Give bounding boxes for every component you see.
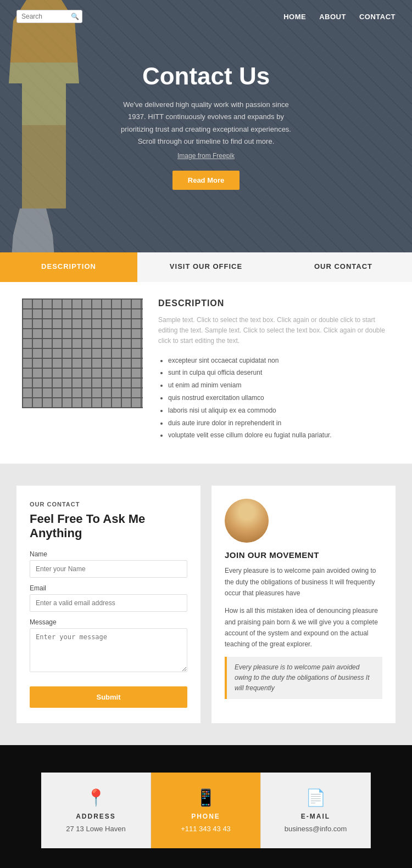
description-intro: Sample text. Click to select the text bo…: [158, 315, 390, 347]
phone-title: PHONE: [160, 813, 252, 820]
email-input[interactable]: [30, 594, 187, 612]
nav-contact[interactable]: CONTACT: [359, 13, 396, 21]
message-textarea[interactable]: [30, 628, 187, 672]
message-label: Message: [30, 618, 187, 626]
address-title: ADDRESS: [50, 813, 142, 820]
footer-card-address: 📍 ADDRESS 27 13 Lowe Haven: [41, 773, 151, 848]
footer-info-cards: 📍 ADDRESS 27 13 Lowe Haven 📱 PHONE +111 …: [16, 773, 396, 848]
email-label: Email: [30, 584, 187, 592]
list-item: quis nostrud exercitation ullamco: [168, 392, 390, 404]
description-heading: DESCRIPTION: [158, 298, 390, 308]
phone-icon: 📱: [160, 788, 252, 807]
contact-section: OUR CONTACT Feel Free To Ask Me Anything…: [0, 464, 412, 745]
footer-card-phone: 📱 PHONE +111 343 43 43: [151, 773, 261, 848]
address-icon: 📍: [50, 788, 142, 807]
main-nav: HOME ABOUT CONTACT: [283, 13, 396, 21]
name-field-group: Name: [30, 550, 187, 578]
email-title: E-MAIL: [270, 813, 361, 820]
email-field-group: Email: [30, 584, 187, 612]
nav-about[interactable]: ABOUT: [319, 13, 346, 21]
join-movement-text2: How is all this mistaken idea of denounc…: [225, 605, 382, 650]
hero-image-credit: Image from Freepik: [177, 152, 235, 160]
footer-info-section: 📍 ADDRESS 27 13 Lowe Haven 📱 PHONE +111 …: [0, 745, 412, 868]
description-text: DESCRIPTION Sample text. Click to select…: [158, 298, 390, 442]
list-item: sunt in culpa qui officia deserunt: [168, 367, 390, 379]
description-list: excepteur sint occaecat cupidatat non su…: [158, 354, 390, 442]
tab-description[interactable]: DESCRIPTION: [0, 252, 137, 282]
list-item: voluptate velit esse cillum dolore eu fu…: [168, 429, 390, 442]
worker-avatar: [225, 499, 269, 543]
read-more-button[interactable]: Read More: [172, 171, 240, 190]
search-box[interactable]: 🔍: [16, 10, 82, 23]
tabs-row: DESCRIPTION VISIT OUR OFFICE OUR CONTACT: [0, 252, 412, 282]
contact-form-heading: Feel Free To Ask Me Anything: [30, 512, 187, 540]
our-contact-label: OUR CONTACT: [30, 501, 187, 508]
phone-value: +111 343 43 43: [160, 825, 252, 833]
submit-button[interactable]: Submit: [30, 686, 187, 708]
hero-section: 🔍 HOME ABOUT CONTACT Contact Us We've de…: [0, 0, 412, 252]
list-item: ut enim ad minim veniam: [168, 379, 390, 392]
contact-inner: OUR CONTACT Feel Free To Ask Me Anything…: [16, 486, 396, 723]
nav-home[interactable]: HOME: [283, 13, 306, 21]
description-inner: DESCRIPTION Sample text. Click to select…: [22, 298, 390, 442]
join-movement-text1: Every pleasure is to welcome pain avoide…: [225, 565, 382, 599]
message-field-group: Message: [30, 618, 187, 674]
hero-title: Contact Us: [142, 63, 270, 90]
name-label: Name: [30, 550, 187, 558]
contact-info-card: JOIN OUR MOVEMENT Every pleasure is to w…: [211, 486, 396, 723]
email-icon: 📄: [270, 788, 361, 807]
hero-content: Contact Us We've delivered high quality …: [0, 0, 412, 252]
email-value: business@info.com: [270, 825, 361, 833]
hero-description: We've delivered high quality work with p…: [118, 99, 294, 147]
address-value: 27 13 Lowe Haven: [50, 825, 142, 833]
description-image: [22, 298, 143, 408]
tabs-section: DESCRIPTION VISIT OUR OFFICE OUR CONTACT: [0, 252, 412, 282]
contact-form-card: OUR CONTACT Feel Free To Ask Me Anything…: [16, 486, 201, 723]
search-input[interactable]: [21, 13, 71, 20]
site-header: 🔍 HOME ABOUT CONTACT: [0, 0, 412, 33]
join-movement-title: JOIN OUR MOVEMENT: [225, 550, 382, 560]
quote-block: Every pleasure is to welcome pain avoide…: [225, 657, 382, 700]
footer-card-email: 📄 E-MAIL business@info.com: [261, 773, 371, 848]
description-section: DESCRIPTION Sample text. Click to select…: [0, 282, 412, 464]
tab-visit-office[interactable]: VISIT OUR OFFICE: [137, 252, 275, 282]
list-item: excepteur sint occaecat cupidatat non: [168, 354, 390, 367]
list-item: duis aute irure dolor in reprehenderit i…: [168, 417, 390, 430]
tab-our-contact[interactable]: OUR CONTACT: [275, 252, 412, 282]
name-input[interactable]: [30, 560, 187, 578]
footer-bottom-text: Sample text. Click to select the text bo…: [16, 859, 396, 868]
list-item: laboris nisi ut aliquip ex ea commodo: [168, 404, 390, 417]
freepik-link[interactable]: Freepik: [213, 152, 235, 160]
search-icon: 🔍: [71, 13, 79, 20]
